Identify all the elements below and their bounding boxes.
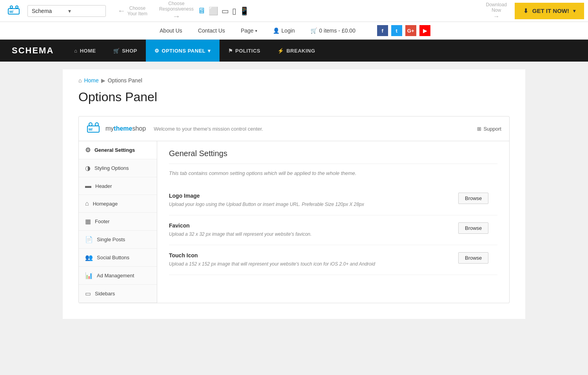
section-description: This tab contains common setting options…: [169, 170, 497, 176]
favicon-browse-button[interactable]: Browse: [458, 222, 488, 234]
login-link[interactable]: 👤 Login: [271, 23, 297, 38]
desktop-icon[interactable]: 🖥: [198, 6, 205, 15]
breadcrumb-current: Options Panel: [108, 77, 142, 84]
top-bar: M/ Schema ▾ ← Choose Your Item Choose Re…: [0, 0, 588, 22]
favicon-row: Favicon Upload a 32 x 32 px image that w…: [169, 215, 497, 245]
favicon-title: Favicon: [169, 222, 450, 229]
sidebar-item-homepage[interactable]: ⌂ Homepage: [79, 195, 157, 213]
logo-image-control: Browse: [458, 193, 497, 204]
cart-link[interactable]: 🛒 0 items - £0.00: [309, 23, 358, 38]
home-icon: ⌂: [74, 48, 77, 54]
favicon-control: Browse: [458, 222, 497, 234]
support-button[interactable]: ⊞ Support: [477, 126, 501, 132]
page-caret: ▾: [255, 29, 257, 33]
get-it-now-button[interactable]: ⬇ GET IT NOW! ▾: [515, 3, 584, 19]
tablet-icon[interactable]: ▭: [221, 6, 229, 16]
sidebar-icon: ▭: [85, 290, 91, 297]
support-icon: ⊞: [477, 126, 481, 132]
page-wrapper: ⌂ Home ▶ Options Panel Options Panel M/: [0, 62, 588, 335]
options-card-header: M/ mythemeshop Welcome to your theme's m…: [79, 117, 509, 141]
twitter-icon[interactable]: t: [391, 25, 402, 36]
gear-sidebar-icon: ⚙: [85, 146, 91, 154]
sidebar-item-ad-management[interactable]: 📊 Ad Management: [79, 267, 157, 285]
nav-options-panel[interactable]: ⚙ OPTIONS PANEL ▾: [146, 40, 220, 62]
choose-item: ← Choose Your Item: [118, 5, 147, 16]
sidebar-item-footer[interactable]: ▦ Footer: [79, 213, 157, 231]
facebook-icon[interactable]: f: [377, 25, 388, 36]
chart-icon: 📊: [85, 272, 93, 279]
shop-icon: 🛒: [113, 48, 120, 54]
tablet-portrait-icon[interactable]: ▯: [232, 6, 236, 16]
nav-home[interactable]: ⌂ HOME: [65, 40, 104, 62]
nav-politics[interactable]: ⚑ POLITICS: [220, 40, 269, 62]
touch-icon-info: Touch Icon Upload a 152 x 152 px image t…: [169, 252, 450, 268]
breadcrumb: ⌂ Home ▶ Options Panel: [78, 77, 510, 84]
nav-breaking[interactable]: ⚡ BREAKING: [269, 40, 324, 62]
touch-icon-control: Browse: [458, 252, 497, 264]
options-caret: ▾: [208, 48, 211, 54]
favicon-info: Favicon Upload a 32 x 32 px image that w…: [169, 222, 450, 238]
nav-shop[interactable]: 🛒 SHOP: [105, 40, 146, 62]
contact-us-link[interactable]: Contact Us: [196, 23, 227, 38]
page-title: Options Panel: [78, 90, 510, 104]
page-container: ⌂ Home ▶ Options Panel Options Panel M/: [63, 69, 525, 319]
touch-icon-title: Touch Icon: [169, 252, 450, 258]
download-icon: ⬇: [523, 7, 528, 15]
about-us-link[interactable]: About Us: [158, 23, 184, 38]
touch-icon-browse-button[interactable]: Browse: [458, 252, 488, 264]
theme-selector[interactable]: Schema ▾: [27, 5, 106, 17]
get-it-dropdown-arrow: ▾: [573, 8, 575, 14]
sidebar-item-sidebars[interactable]: ▭ Sidebars: [79, 285, 157, 303]
youtube-icon[interactable]: ▶: [419, 25, 430, 36]
sidebar-item-styling-options[interactable]: ◑ Styling Options: [79, 159, 157, 177]
sidebar-item-social-buttons[interactable]: 👥 Social Buttons: [79, 249, 157, 267]
options-main: General Settings This tab contains commo…: [157, 141, 509, 303]
contrast-icon: ◑: [85, 164, 91, 172]
document-icon: 📄: [85, 236, 93, 243]
logo-image-desc: Upload your logo using the Upload Button…: [169, 201, 450, 208]
svg-point-1: [16, 6, 18, 8]
svg-text:M/: M/: [89, 127, 93, 131]
flag-icon: ⚑: [228, 48, 233, 54]
sidebar-item-single-posts[interactable]: 📄 Single Posts: [79, 231, 157, 249]
brand-logo[interactable]: SCHEMA: [12, 46, 54, 56]
svg-point-5: [95, 123, 98, 126]
svg-text:M/: M/: [9, 10, 13, 14]
options-body: ⚙ General Settings ◑ Styling Options ▬ H…: [79, 141, 509, 303]
home-breadcrumb-icon: ⌂: [78, 77, 82, 84]
breadcrumb-home-link[interactable]: Home: [84, 77, 98, 84]
main-nav: SCHEMA ⌂ HOME 🛒 SHOP ⚙ OPTIONS PANEL ▾ ⚑…: [0, 40, 588, 62]
footer-icon: ▦: [85, 218, 91, 225]
social-icon: 👥: [85, 254, 93, 261]
svg-point-4: [89, 123, 92, 126]
cart-icon: 🛒: [310, 27, 317, 34]
secondary-nav: About Us Contact Us Page ▾ 👤 Login 🛒 0 i…: [0, 22, 588, 40]
logo-image-info: Logo Image Upload your logo using the Up…: [169, 193, 450, 208]
lightning-icon: ⚡: [278, 48, 284, 54]
options-card: M/ mythemeshop Welcome to your theme's m…: [78, 116, 510, 303]
choose-responsiveness: Choose Responsiveness →: [159, 1, 194, 21]
touch-icon-desc: Upload a 152 x 152 px image that will re…: [169, 260, 450, 268]
favicon-desc: Upload a 32 x 32 px image that will repr…: [169, 231, 450, 238]
device-icons: 🖥 ⬜ ▭ ▯ 📱: [198, 6, 249, 16]
mobile-icon[interactable]: 📱: [240, 6, 249, 16]
logo-image-row: Logo Image Upload your logo using the Up…: [169, 186, 497, 215]
googleplus-icon[interactable]: G+: [405, 25, 416, 36]
svg-point-0: [10, 6, 13, 8]
user-icon: 👤: [273, 27, 279, 34]
breadcrumb-separator: ▶: [101, 77, 105, 84]
logo-icon: M/: [4, 1, 24, 21]
gear-icon: ⚙: [154, 48, 160, 54]
social-icons: f t G+ ▶: [377, 25, 430, 36]
sidebar-item-general-settings[interactable]: ⚙ General Settings: [79, 141, 157, 159]
sidebar-item-header[interactable]: ▬ Header: [79, 177, 157, 195]
touch-icon-row: Touch Icon Upload a 152 x 152 px image t…: [169, 245, 497, 275]
monitor-icon[interactable]: ⬜: [209, 6, 218, 16]
section-title: General Settings: [169, 149, 497, 164]
main-nav-items: ⌂ HOME 🛒 SHOP ⚙ OPTIONS PANEL ▾ ⚑ POLITI…: [65, 40, 324, 62]
theme-value: Schema: [32, 8, 65, 14]
options-card-tagline: Welcome to your theme's mission control …: [154, 126, 263, 132]
logo-browse-button[interactable]: Browse: [458, 193, 488, 204]
page-link[interactable]: Page ▾: [239, 23, 259, 38]
options-sidebar: ⚙ General Settings ◑ Styling Options ▬ H…: [79, 141, 157, 303]
